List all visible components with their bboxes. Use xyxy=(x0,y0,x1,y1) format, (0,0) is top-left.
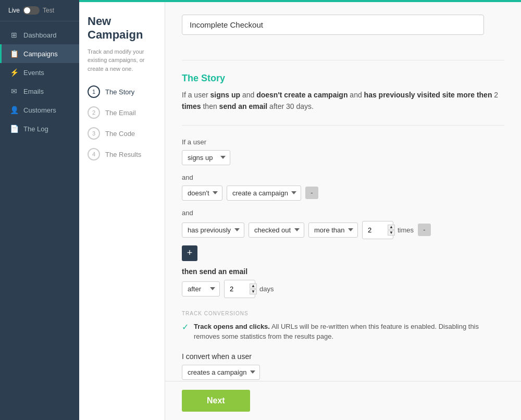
convert-row: creates a campaign logs in visits a page xyxy=(182,365,504,380)
live-test-toggle[interactable]: Live Test xyxy=(8,6,54,15)
send-days-field[interactable] xyxy=(230,285,249,293)
condition1-action-select[interactable]: create a campaign visit a page check out xyxy=(227,186,301,201)
main-area: New Campaign Track and modify your exist… xyxy=(79,0,521,420)
send-days-spinner: ▲ ▼ xyxy=(250,283,257,294)
toggle-track[interactable] xyxy=(23,6,40,15)
step-3-circle: 3 xyxy=(88,127,100,140)
condition2-adverb-select[interactable]: has previously has never xyxy=(182,223,244,238)
send-time-select[interactable]: after before xyxy=(182,281,220,297)
add-condition-button[interactable]: + xyxy=(182,245,197,261)
if-user-label: If a user xyxy=(182,138,504,146)
story-narrative: If a user signs up and doesn't create a … xyxy=(182,89,504,113)
step-2-label: The Email xyxy=(105,109,136,117)
days-spinner-up[interactable]: ▲ xyxy=(250,283,257,289)
condition2-row: has previously has never checked out vis… xyxy=(182,221,504,239)
sidebar-item-events[interactable]: ⚡ Events xyxy=(0,63,79,82)
step-3[interactable]: 3 The Code xyxy=(88,127,156,140)
step-2-circle: 2 xyxy=(88,106,100,119)
condition1-row: doesn't does create a campaign visit a p… xyxy=(182,186,504,201)
send-time-row: after before ▲ ▼ days xyxy=(182,280,504,298)
sidebar-item-dashboard[interactable]: ⊞ Dashboard xyxy=(0,26,79,44)
customers-icon: 👤 xyxy=(10,106,18,114)
step-4[interactable]: 4 The Results xyxy=(88,148,156,160)
sidebar-item-label: Dashboard xyxy=(23,31,57,39)
convert-select[interactable]: creates a campaign logs in visits a page xyxy=(182,365,260,380)
right-panel: The Story If a user signs up and doesn't… xyxy=(165,2,521,381)
live-label: Live xyxy=(8,7,20,14)
step-2[interactable]: 2 The Email xyxy=(88,106,156,119)
toggle-thumb xyxy=(24,7,30,14)
dashboard-icon: ⊞ xyxy=(10,31,18,39)
sidebar-item-label: Events xyxy=(23,69,44,77)
sidebar-item-label: The Log xyxy=(23,125,48,133)
step-1-circle: 1 xyxy=(88,85,100,98)
spinner-up[interactable]: ▲ xyxy=(388,225,395,230)
sidebar-item-campaigns[interactable]: 📋 Campaigns xyxy=(0,44,79,63)
condition2-qualifier-select[interactable]: more than less than exactly xyxy=(308,223,358,238)
sidebar-item-label: Emails xyxy=(23,88,44,95)
sidebar: Live Test ⊞ Dashboard 📋 Campaigns ⚡ Even… xyxy=(0,0,79,420)
and-label-1: and xyxy=(182,174,504,181)
sidebar-item-label: Customers xyxy=(23,106,56,114)
condition2-action-select[interactable]: checked out visited site logged in xyxy=(249,223,304,238)
condition2-count-field[interactable] xyxy=(368,226,387,234)
convert-section: I convert when a user creates a campaign… xyxy=(182,352,504,380)
sidebar-nav: ⊞ Dashboard 📋 Campaigns ⚡ Events ✉ Email… xyxy=(0,21,79,420)
page-subtitle: Track and modify your existing campaigns… xyxy=(88,47,156,73)
add-icon: + xyxy=(187,248,193,258)
footer-bar: Next xyxy=(165,381,521,420)
track-description: Track opens and clicks. All URLs will be… xyxy=(194,322,504,342)
next-button[interactable]: Next xyxy=(182,390,250,412)
condition2-remove-button[interactable]: - xyxy=(418,224,431,236)
track-conversions-section: TRACK CONVERSIONS ✓ Track opens and clic… xyxy=(182,311,504,342)
step-1[interactable]: 1 The Story xyxy=(88,85,156,98)
step-1-label: The Story xyxy=(105,88,134,96)
condition1-negation-select[interactable]: doesn't does xyxy=(182,186,222,201)
step-4-circle: 4 xyxy=(88,148,100,160)
days-spinner-down[interactable]: ▼ xyxy=(250,289,257,294)
campaigns-icon: 📋 xyxy=(10,50,18,58)
sidebar-item-thelog[interactable]: 📄 The Log xyxy=(0,119,79,138)
trigger-select[interactable]: signs up logs in is created xyxy=(182,150,230,165)
step-3-label: The Code xyxy=(105,130,135,138)
step-4-label: The Results xyxy=(105,151,141,158)
sidebar-header: Live Test xyxy=(0,0,79,21)
condition1-remove-button[interactable]: - xyxy=(305,187,318,199)
sidebar-item-emails[interactable]: ✉ Emails xyxy=(0,82,79,101)
send-days-unit: days xyxy=(259,285,274,293)
then-send-label: then send an email xyxy=(182,267,504,276)
track-heading: TRACK CONVERSIONS xyxy=(182,311,504,316)
spinner-down[interactable]: ▼ xyxy=(388,230,395,236)
emails-icon: ✉ xyxy=(10,87,18,95)
send-days-input[interactable]: ▲ ▼ xyxy=(224,280,255,298)
thelog-icon: 📄 xyxy=(10,125,18,133)
sidebar-item-label: Campaigns xyxy=(23,50,58,58)
test-label: Test xyxy=(43,7,54,14)
story-title: The Story xyxy=(182,73,504,84)
and-label-2: and xyxy=(182,209,504,217)
page-title: New Campaign xyxy=(88,15,156,42)
condition2-count-spinner: ▲ ▼ xyxy=(388,225,395,236)
campaign-name-input[interactable] xyxy=(182,15,484,35)
condition2-count-input[interactable]: ▲ ▼ xyxy=(362,221,393,239)
condition2-unit: times xyxy=(398,226,414,234)
track-bold: Track opens and clicks. xyxy=(194,323,270,330)
trigger-row: signs up logs in is created xyxy=(182,150,504,165)
checkbox-row: ✓ Track opens and clicks. All URLs will … xyxy=(182,322,504,342)
track-checkmark[interactable]: ✓ xyxy=(182,322,189,332)
left-panel: New Campaign Track and modify your exist… xyxy=(79,2,165,420)
content-wrapper: New Campaign Track and modify your exist… xyxy=(79,2,521,420)
convert-label: I convert when a user xyxy=(182,352,504,361)
events-icon: ⚡ xyxy=(10,68,18,77)
sidebar-item-customers[interactable]: 👤 Customers xyxy=(0,101,79,119)
steps-list: 1 The Story 2 The Email 3 The Code xyxy=(88,85,156,160)
